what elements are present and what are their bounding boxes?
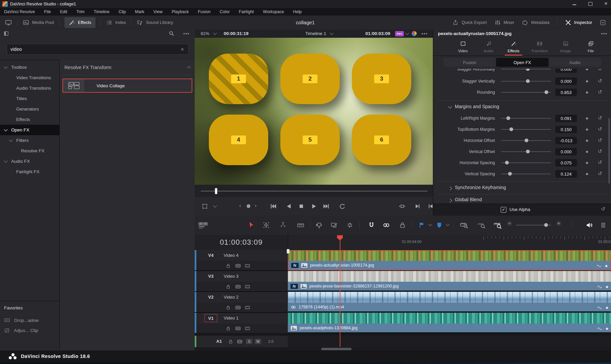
stagger-vertically-value[interactable]: 0.000 [555, 78, 577, 85]
viewer-zoom-select[interactable]: 81% [201, 31, 209, 36]
section-margins-and-spacing[interactable]: Margins and Spacing [433, 104, 611, 112]
mixer-button[interactable]: Mixer [494, 19, 515, 26]
close-button[interactable]: ✕ [603, 1, 609, 7]
menu-workspace[interactable]: Workspace [263, 9, 284, 14]
track-lock-icon[interactable] [225, 326, 231, 331]
menu-playback[interactable]: Playback [172, 9, 189, 14]
tb-margins-value[interactable]: 0.150 [555, 126, 577, 133]
section-global-blend[interactable]: Global Blend [433, 197, 611, 204]
effects-options-icon[interactable]: ••• [183, 31, 190, 36]
track-header-a1[interactable]: A1 S M 2.0 [195, 336, 288, 347]
inspector-tab-image[interactable]: Image [554, 40, 577, 53]
color-management-icon[interactable] [412, 31, 417, 36]
track-header-v3[interactable]: V3 Video 3 [195, 271, 288, 282]
reset-icon[interactable]: ↺ [598, 137, 602, 143]
pause-bars-icon[interactable] [600, 221, 607, 229]
horizontal-offset-value[interactable]: -0.013 [555, 137, 577, 144]
keyframe-icon[interactable]: ◆ [586, 90, 588, 94]
proxy-chevron-icon[interactable] [405, 31, 409, 35]
frame-view-icon[interactable] [244, 305, 251, 310]
track-lock-icon[interactable] [225, 305, 231, 310]
transform-overlay-icon[interactable] [201, 203, 208, 210]
inspector-tab-video[interactable]: Video [451, 40, 475, 53]
match-frame-icon[interactable] [398, 203, 406, 210]
track-header-v1[interactable]: V1 Video 1 [195, 313, 288, 324]
reset-icon[interactable]: ↺ [598, 78, 602, 84]
rounding-value[interactable]: 0.853 [555, 89, 577, 96]
timeline-scrollbar-handle[interactable] [321, 348, 352, 350]
timeline-view-options-icon[interactable] [198, 221, 208, 230]
position-lock-icon[interactable] [398, 221, 407, 229]
effects-category-header[interactable]: Resolve FX Transform [64, 65, 111, 70]
keyframe-icon[interactable]: ◆ [586, 116, 588, 120]
full-extent-zoom-icon[interactable] [460, 221, 469, 230]
keyframe-diamond-icon[interactable]: ◆ [606, 327, 608, 330]
menu-color[interactable]: Color [220, 9, 230, 14]
keyframe-icon[interactable]: ◆ [586, 150, 588, 153]
mute-button[interactable]: M [255, 339, 261, 344]
search-input[interactable] [7, 47, 176, 52]
track-header-v2[interactable]: V2 Video 2 [195, 292, 288, 303]
lr-margins-value[interactable]: 0.091 [555, 115, 577, 122]
use-alpha-checkbox[interactable]: ✓ [501, 207, 506, 213]
dynamic-trim-mode-icon[interactable] [279, 221, 287, 229]
effects-button[interactable]: Effects [64, 17, 95, 28]
transform-overlay-chevron-icon[interactable] [213, 204, 217, 207]
index-button[interactable]: Index [106, 19, 126, 26]
inspector-tab-audio[interactable]: Audio [477, 40, 500, 53]
frame-view-icon[interactable] [244, 263, 251, 269]
subtab-fusion[interactable]: Fusion [443, 58, 496, 67]
menu-help[interactable]: Help [293, 9, 302, 14]
keyframe-diamond-icon[interactable]: ◆ [606, 285, 608, 289]
keyframe-diamond-icon[interactable]: ◆ [606, 306, 608, 309]
search-clear-icon[interactable]: ✕ [176, 47, 188, 52]
trim-edit-mode-icon[interactable] [262, 221, 270, 229]
play-reverse-icon[interactable] [285, 203, 293, 210]
tree-item-video-transitions[interactable]: Video Transitions [0, 72, 59, 83]
marker-chevron-icon[interactable] [446, 222, 449, 226]
collapse-category-icon[interactable] [187, 66, 191, 70]
menu-edit[interactable]: Edit [60, 9, 67, 14]
minimize-button[interactable] [572, 0, 577, 8]
timeline-viewer[interactable]: 1 2 3 4 5 6 [195, 38, 433, 185]
selection-mode-icon[interactable] [247, 221, 255, 229]
favorite-drop-shadow[interactable]: Drop...adow [0, 315, 59, 325]
inspector-tab-file[interactable]: File [579, 40, 603, 53]
lr-margins-slider[interactable] [501, 118, 551, 119]
clip-v4-thumbnails[interactable] [288, 250, 611, 261]
play-icon[interactable] [310, 203, 317, 210]
flag-chevron-icon[interactable] [428, 222, 432, 226]
viewer-playhead-handle[interactable] [215, 188, 217, 194]
menu-view[interactable]: View [154, 9, 163, 14]
clip-v2-thumbnails[interactable] [288, 292, 611, 303]
marker-icon[interactable] [436, 221, 443, 229]
quick-export-button[interactable]: Quick Export [452, 19, 487, 26]
auto-select-icon[interactable] [235, 305, 241, 310]
subtab-audio[interactable]: Audio [549, 58, 601, 67]
clip-v1-label-bar[interactable]: pexels-asadphoto-1320684.jpg ◆ [288, 324, 611, 333]
clip-v4-label-bar[interactable]: fx pexels-actuallyruslan-1005174.jpg ◆ [288, 261, 611, 270]
zoom-in-button[interactable]: + [556, 221, 561, 226]
flag-icon[interactable] [418, 221, 425, 229]
panel-layout-icon[interactable] [600, 19, 606, 26]
solo-button[interactable]: S [246, 339, 252, 344]
track-lock-icon[interactable] [225, 263, 231, 269]
use-alpha-reset-icon[interactable]: ↺ [601, 206, 605, 212]
loop-playback-icon[interactable] [338, 203, 346, 210]
snapping-icon[interactable] [367, 221, 376, 229]
audio-monitor-icon[interactable] [585, 221, 593, 229]
media-pool-button[interactable]: Media Pool [23, 19, 54, 26]
keyframe-icon[interactable]: ◆ [586, 127, 588, 131]
go-to-first-frame-icon[interactable] [270, 203, 277, 210]
vertical-offset-slider[interactable] [501, 151, 551, 152]
keyframe-curve-icon[interactable] [596, 263, 602, 268]
stop-icon[interactable] [298, 203, 305, 210]
metadata-button[interactable]: Metadata [522, 19, 549, 26]
horizontal-spacing-slider[interactable] [501, 162, 551, 163]
tree-item-resolve-fx[interactable]: Resolve FX [0, 146, 59, 156]
timeline-selector-chevron-icon[interactable] [330, 31, 333, 35]
menu-clip[interactable]: Clip [119, 9, 126, 14]
menu-trim[interactable]: Trim [76, 9, 85, 14]
keyframe-curve-icon[interactable] [597, 284, 602, 289]
timeline-scrollbar-track[interactable] [195, 347, 611, 351]
